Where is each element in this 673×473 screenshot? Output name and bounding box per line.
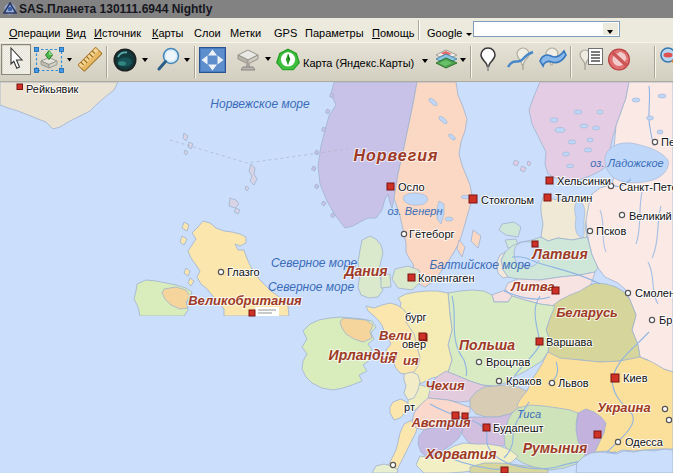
- svg-text:Львов: Львов: [558, 377, 589, 389]
- svg-text:Смолен: Смолен: [635, 287, 673, 299]
- svg-text:овер: овер: [402, 338, 426, 350]
- svg-text:рт: рт: [404, 401, 415, 413]
- svg-text:Литва: Литва: [510, 279, 554, 294]
- svg-text:Вроцлав: Вроцлав: [486, 356, 530, 368]
- svg-text:Польша: Польша: [459, 337, 515, 353]
- svg-text:Таллин: Таллин: [555, 192, 592, 204]
- svg-text:ия: ия: [380, 351, 396, 366]
- svg-text:оз. Ладожское: оз. Ладожское: [590, 157, 663, 169]
- svg-text:Хорватия: Хорватия: [424, 446, 496, 462]
- svg-text:Норвежское море: Норвежское море: [210, 97, 310, 111]
- svg-text:Украина: Украина: [597, 400, 650, 415]
- svg-text:Осло: Осло: [398, 181, 425, 193]
- svg-text:Латвия: Латвия: [531, 246, 587, 262]
- svg-text:Одесса: Одесса: [625, 436, 664, 448]
- svg-text:Стокгольм: Стокгольм: [481, 194, 534, 206]
- svg-text:Копенгаген: Копенгаген: [418, 272, 475, 284]
- svg-text:Санкт-Пете: Санкт-Пете: [619, 181, 673, 193]
- svg-text:Варшава: Варшава: [546, 336, 593, 348]
- svg-text:Беларусь: Беларусь: [556, 305, 618, 320]
- svg-text:Будапешт: Будапешт: [493, 422, 544, 434]
- svg-text:Тиса: Тиса: [517, 408, 541, 420]
- svg-text:Краков: Краков: [506, 375, 542, 387]
- svg-text:Румыния: Румыния: [523, 440, 588, 456]
- svg-text:ия: ия: [403, 353, 419, 368]
- svg-text:Бр: Бр: [659, 314, 672, 326]
- svg-text:Северное море: Северное море: [268, 280, 355, 294]
- svg-text:Норвегия: Норвегия: [354, 147, 439, 164]
- svg-text:Балтийское море: Балтийское море: [429, 258, 530, 272]
- svg-text:Рейкьявик: Рейкьявик: [26, 83, 79, 95]
- svg-text:Гётеборг: Гётеборг: [409, 228, 455, 240]
- svg-text:Дания: Дания: [343, 263, 387, 279]
- svg-text:Хельсинки: Хельсинки: [557, 175, 611, 187]
- svg-text:Пет: Пет: [661, 136, 673, 148]
- svg-text:Киев: Киев: [623, 372, 648, 384]
- svg-text:Великобритания: Великобритания: [188, 293, 302, 308]
- svg-text:Псков: Псков: [596, 225, 626, 237]
- svg-text:Глазго: Глазго: [227, 266, 260, 278]
- svg-text:Великий Н: Великий Н: [629, 210, 673, 222]
- svg-text:бург: бург: [405, 311, 427, 323]
- svg-text:Чехия: Чехия: [425, 378, 464, 393]
- svg-text:оз. Венерн: оз. Венерн: [387, 205, 442, 217]
